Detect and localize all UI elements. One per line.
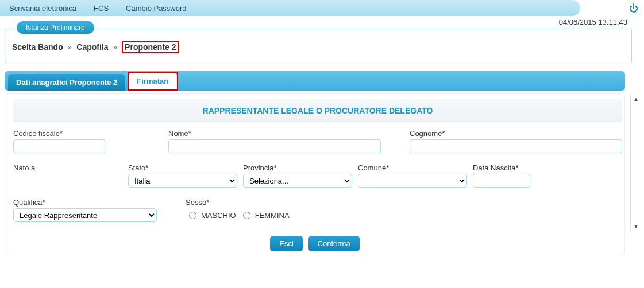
select-comune[interactable] [358,174,467,188]
esci-button[interactable]: Esci [270,236,303,251]
crumb-proponente-highlight: Proponente 2 [122,41,179,53]
label-maschio: MASCHIO [201,211,236,220]
breadcrumb: Scelta Bando » Capofila » Proponente 2 [12,38,624,57]
panel-title: Istanza Preliminare [17,21,94,34]
label-qualifica: Qualifica* [13,198,168,207]
conferma-button[interactable]: Conferma [308,236,360,251]
label-cognome: Cognome* [410,129,622,138]
label-nome: Nome* [168,129,410,138]
input-codice-fiscale[interactable] [13,139,105,153]
crumb-proponente-2[interactable]: Proponente 2 [125,42,176,52]
input-nome[interactable] [168,139,381,153]
radio-femmina[interactable] [243,212,250,219]
form-area: RAPPRESENTANTE LEGALE O PROCURATORE DELE… [5,93,625,255]
label-sesso: Sesso* [186,198,358,207]
scroll-down-icon[interactable]: ▼ [631,221,641,231]
label-femmina: FEMMINA [255,211,290,220]
select-stato[interactable]: Italia [128,174,237,188]
tab-bar: Dati anagrafici Proponente 2 Firmatari [5,71,625,91]
tab-dati-anagrafici[interactable]: Dati anagrafici Proponente 2 [8,74,125,91]
input-cognome[interactable] [410,139,622,153]
radio-group-sesso: MASCHIO FEMMINA [186,208,358,222]
label-comune: Comune* [358,164,473,172]
input-data-nascita[interactable] [473,174,530,188]
crumb-scelta-bando[interactable]: Scelta Bando [12,42,63,52]
nav-cambio-password[interactable]: Cambio Password [126,4,187,13]
power-icon[interactable]: ⏻ [629,3,638,14]
select-qualifica[interactable]: Legale Rappresentante [13,208,157,222]
radio-maschio[interactable] [189,212,196,219]
nav-scrivania[interactable]: Scrivania elettronica [9,4,76,13]
timestamp: 04/06/2015 13:11:43 [0,16,637,28]
section-title: RAPPRESENTANTE LEGALE O PROCURATORE DELE… [13,99,622,122]
scroll-up-icon[interactable]: ▲ [631,94,641,104]
label-nato-a: Nato a [13,164,128,172]
scrollbar[interactable]: ▲ ▼ [630,94,631,231]
panel-istanza: Istanza Preliminare Scelta Bando » Capof… [5,28,632,64]
select-provincia[interactable]: Seleziona... [243,174,352,188]
crumb-capofila[interactable]: Capofila [76,42,108,52]
label-data-nascita: Data Nascita* [473,164,547,172]
button-row: Esci Conferma [5,231,624,255]
tab-firmatari[interactable]: Firmatari [129,73,177,89]
label-codice-fiscale: Codice fiscale* [13,129,128,138]
nav-fcs[interactable]: FCS [94,4,109,13]
top-nav: Scrivania elettronica FCS Cambio Passwor… [0,0,580,16]
label-stato: Stato* [128,164,243,172]
label-provincia: Provincia* [243,164,358,172]
tab-firmatari-highlight: Firmatari [128,72,178,91]
